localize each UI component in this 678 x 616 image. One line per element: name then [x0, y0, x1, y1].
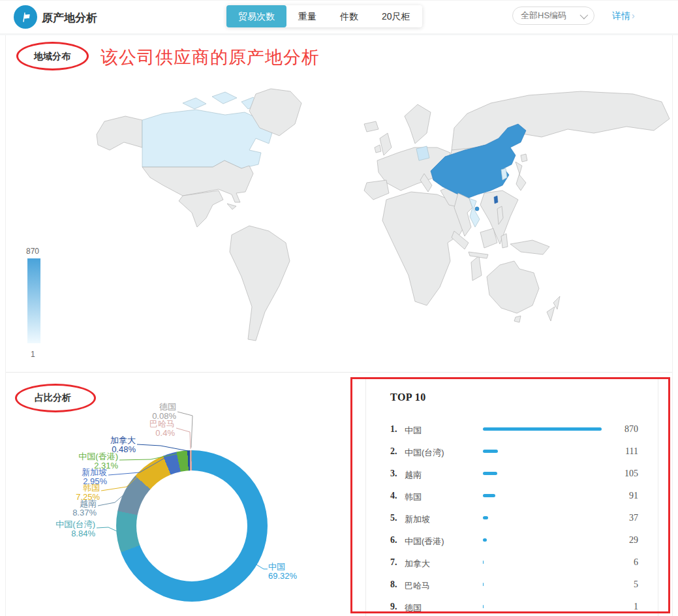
- card-border-left: [5, 35, 6, 616]
- tab-20尺柜[interactable]: 20尺柜: [370, 5, 422, 27]
- tab-重量[interactable]: 重量: [286, 5, 328, 27]
- app-logo: [14, 5, 37, 29]
- map-new-guinea: [510, 240, 549, 254]
- map-sulawesi: [501, 234, 508, 248]
- map-mexico: [179, 191, 223, 227]
- map-south-america: [230, 226, 290, 341]
- map-russia: [452, 91, 670, 151]
- map-japan: [516, 162, 526, 191]
- pie-label-中国(台湾): 中国(台湾)8.84%: [33, 520, 95, 538]
- map-australia: [487, 261, 539, 313]
- map-iberia: [364, 180, 389, 200]
- map-country-germany: [416, 146, 429, 161]
- header: 原产地分析 贸易次数重量件数20尺柜 全部HS编码 详情›: [0, 0, 678, 33]
- red-ellipse-annotation-region: [16, 42, 89, 70]
- tab-件数[interactable]: 件数: [328, 5, 370, 27]
- map-canada-arctic: [212, 92, 237, 104]
- map-canada-arctic: [183, 98, 206, 109]
- visualmap-max-label: 870: [26, 247, 39, 256]
- detail-link[interactable]: 详情›: [612, 10, 635, 22]
- map-hainan: [475, 207, 479, 211]
- hs-code-select[interactable]: 全部HS编码: [512, 7, 594, 25]
- map-country-canada: [142, 110, 273, 168]
- map-alaska: [97, 116, 142, 150]
- map-country-taiwan: [494, 196, 498, 204]
- pie-label-越南: 越南8.37%: [35, 499, 97, 517]
- flag-icon: [19, 10, 32, 23]
- pie-label-韩国: 韩国7.25%: [38, 484, 100, 502]
- red-annotation-text: 该公司供应商的原产地分析: [100, 46, 320, 69]
- map-new-zealand: [547, 296, 560, 321]
- visualmap-min-label: 1: [31, 350, 35, 359]
- map-uk: [380, 133, 392, 155]
- pie-label-加拿大: 加拿大0.48%: [74, 436, 136, 454]
- map-scandinavia: [405, 104, 431, 144]
- chevron-right-icon: ›: [632, 10, 635, 21]
- map-cuba: [227, 204, 236, 209]
- world-map-chart[interactable]: [85, 87, 672, 369]
- tab-贸易次数[interactable]: 贸易次数: [226, 5, 286, 27]
- metric-tabbar: 贸易次数重量件数20尺柜: [226, 5, 422, 27]
- pie-label-德国: 德国0.08%: [114, 403, 176, 421]
- map-madagascar: [471, 256, 482, 281]
- hs-code-select-value: 全部HS编码: [521, 10, 566, 22]
- red-rect-annotation-top10: [350, 377, 670, 613]
- pie-label-中国: 中国69.32%: [268, 562, 330, 581]
- card-border-right: [672, 35, 673, 616]
- map-iceland: [364, 121, 378, 132]
- visualmap-gradient-bar: [27, 258, 40, 343]
- map-tasmania: [514, 316, 521, 322]
- chevron-down-icon: [580, 10, 589, 19]
- world-map-svg: [85, 87, 672, 369]
- pie-label-新加坡: 新加坡2.95%: [45, 468, 107, 486]
- page-title: 原产地分析: [42, 10, 97, 25]
- map-ireland: [375, 145, 381, 153]
- pie-label-中国(香港): 中国(香港)2.31%: [56, 452, 118, 470]
- map-hokkaido: [521, 154, 527, 162]
- red-ellipse-annotation-pie: [15, 384, 96, 412]
- pie-label-巴哈马: 巴哈马0.4%: [113, 420, 175, 438]
- map-country-vietnam: [469, 198, 480, 227]
- section-divider: [6, 372, 672, 373]
- donut-hole: [136, 470, 247, 581]
